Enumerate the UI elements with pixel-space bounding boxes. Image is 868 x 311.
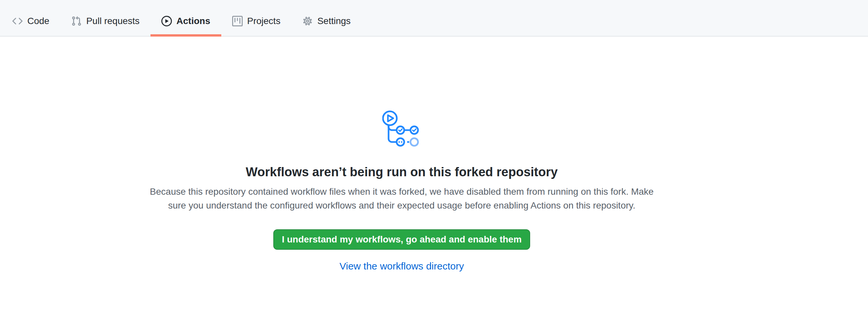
tab-label: Actions <box>177 17 210 26</box>
tab-label: Pull requests <box>86 17 140 26</box>
tab-pull-requests[interactable]: Pull requests <box>60 6 151 36</box>
repo-tab-bar: Code Pull requests Actions Projects <box>0 0 868 37</box>
tab-settings[interactable]: Settings <box>291 6 362 36</box>
code-icon <box>12 16 23 26</box>
play-icon <box>161 16 172 26</box>
view-workflows-directory-link[interactable]: View the workflows directory <box>340 260 464 272</box>
blankslate-heading: Workflows aren’t being run on this forke… <box>246 164 557 180</box>
repository-actions-page: Code Pull requests Actions Projects <box>0 0 868 311</box>
actions-blankslate: Workflows aren’t being run on this forke… <box>0 37 803 272</box>
project-icon <box>232 16 243 26</box>
tab-label: Code <box>27 17 50 26</box>
tab-label: Settings <box>317 17 351 26</box>
tab-actions[interactable]: Actions <box>151 6 221 36</box>
workflow-graph-icon <box>382 111 421 151</box>
description-line: sure you understand the configured workf… <box>168 200 635 211</box>
description-line: Because this repository contained workfl… <box>150 186 654 197</box>
gear-icon <box>302 16 313 26</box>
tab-code[interactable]: Code <box>1 6 60 36</box>
tab-projects[interactable]: Projects <box>221 6 291 36</box>
enable-workflows-button[interactable]: I understand my workflows, go ahead and … <box>273 229 530 250</box>
blankslate-description: Because this repository contained workfl… <box>150 185 654 213</box>
tab-label: Projects <box>247 17 281 26</box>
pull-request-icon <box>71 16 82 26</box>
